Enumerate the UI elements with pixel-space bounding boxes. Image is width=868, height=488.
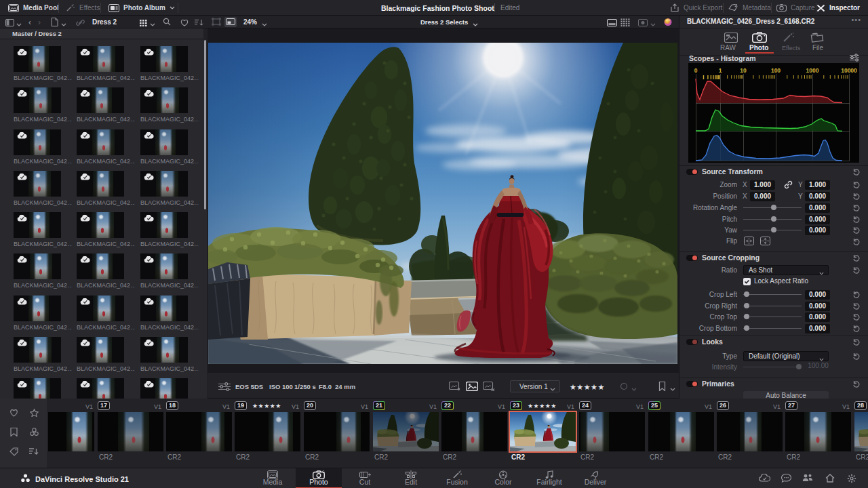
- svg-text:0: 0: [694, 67, 698, 74]
- svg-text:1: 1: [719, 67, 722, 74]
- svg-text:1000: 1000: [806, 67, 819, 74]
- svg-text:10000: 10000: [841, 67, 857, 74]
- svg-text:10: 10: [740, 67, 747, 74]
- svg-text:100: 100: [771, 67, 781, 74]
